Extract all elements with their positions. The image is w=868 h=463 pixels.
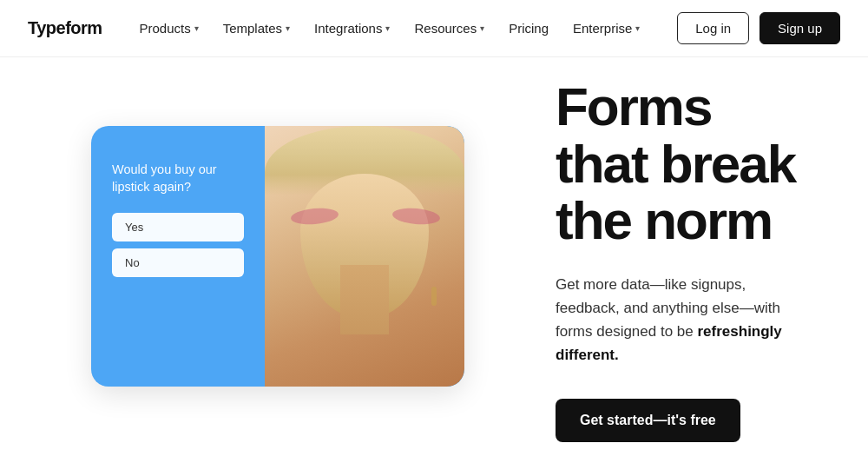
navbar: Typeform Products ▾ Templates ▾ Integrat… [0,0,868,57]
headline-line1: Forms [556,76,711,136]
chevron-down-icon: ▾ [286,23,290,33]
nav-item-pricing[interactable]: Pricing [498,14,559,43]
nav-label-templates: Templates [223,21,282,36]
headline-line2: that break [556,134,795,194]
nav-actions: Log in Sign up [677,12,840,44]
nav-label-integrations: Integrations [314,21,382,36]
form-options: Yes No [112,213,244,277]
hero-content: Forms that break the norm Get more data—… [503,78,799,441]
nav-label-enterprise: Enterprise [573,21,632,36]
nav-label-products: Products [139,21,190,36]
form-option-yes[interactable]: Yes [112,213,244,241]
form-question: Would you buy our lipstick again? [112,161,244,196]
chevron-down-icon: ▾ [480,23,484,33]
form-card: Would you buy our lipstick again? Yes No [91,126,464,387]
nav-item-templates[interactable]: Templates ▾ [213,14,300,43]
chevron-down-icon: ▾ [385,23,390,33]
nav-item-products[interactable]: Products ▾ [128,14,208,43]
form-option-no[interactable]: No [112,248,244,277]
nav-label-pricing: Pricing [509,21,549,36]
headline-line3: the norm [556,190,772,250]
nav-links: Products ▾ Templates ▾ Integrations ▾ Re… [128,14,650,43]
form-card-wrapper: Would you buy our lipstick again? Yes No [91,126,464,395]
hero-subtext: Get more data—like signups, feedback, an… [556,273,799,367]
logo[interactable]: Typeform [28,18,102,38]
hero-photo [265,126,464,387]
hero-illustration: Would you buy our lipstick again? Yes No [52,126,503,395]
hero-headline: Forms that break the norm [556,78,799,248]
nav-label-resources: Resources [414,21,477,36]
chevron-down-icon: ▾ [194,23,199,33]
nav-item-enterprise[interactable]: Enterprise ▾ [562,14,650,43]
chevron-down-icon: ▾ [635,23,640,33]
earring-decoration [431,287,437,306]
neck-decoration [340,265,388,334]
signup-button[interactable]: Sign up [760,12,840,44]
form-card-left: Would you buy our lipstick again? Yes No [91,126,265,387]
nav-item-integrations[interactable]: Integrations ▾ [304,14,400,43]
cta-button[interactable]: Get started—it's free [556,399,740,442]
hero-section: Would you buy our lipstick again? Yes No [0,57,868,463]
nav-item-resources[interactable]: Resources ▾ [404,14,495,43]
login-button[interactable]: Log in [677,12,749,44]
